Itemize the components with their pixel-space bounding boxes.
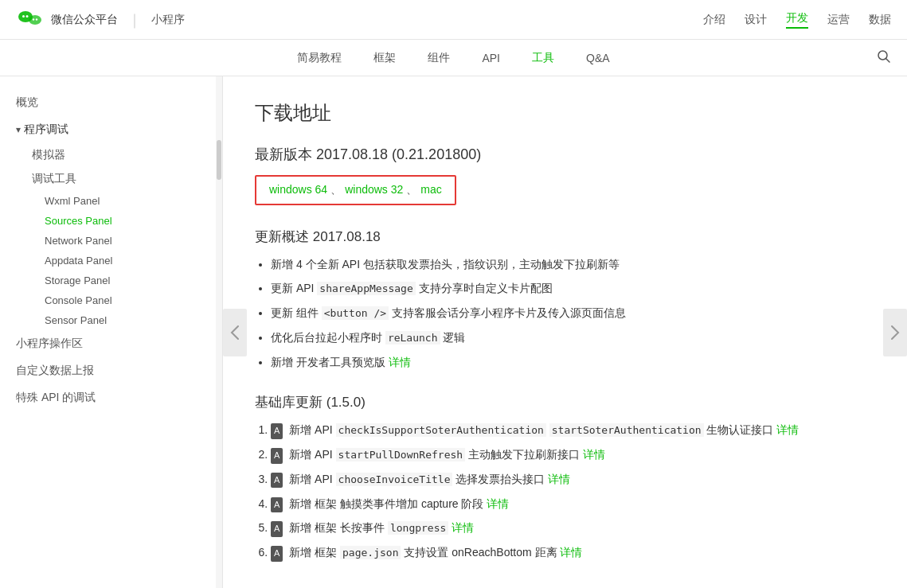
badge-a-4: A [271,497,283,513]
foundation-item-4: A 新增 框架 触摸类事件增加 capture 阶段 详情 [271,495,875,513]
content-area: 下载地址 最新版本 2017.08.18 (0.21.201800) windo… [223,76,907,588]
chevron-right-icon [890,325,900,341]
badge-a-6: A [271,546,283,562]
update-item-1: 新增 4 个全新 API 包括获取发票抬头，指纹识别，主动触发下拉刷新等 [271,255,875,273]
sidebar-item-simulator[interactable]: 模拟器 [0,143,222,167]
foundation-detail-link-6[interactable]: 详情 [560,546,582,559]
nav-tools[interactable]: 工具 [532,51,554,65]
sidebar-item-network-panel[interactable]: Network Panel [0,231,222,251]
update-section: 更新概述 2017.08.18 新增 4 个全新 API 包括获取发票抬头，指纹… [255,228,875,371]
svg-line-7 [886,59,890,63]
foundation-item-1: A 新增 API checkIsSupportSoterAuthenticati… [271,421,875,439]
nav-qa[interactable]: Q&A [586,52,610,64]
nav-develop[interactable]: 开发 [786,11,808,29]
nav-tutorial[interactable]: 简易教程 [297,51,342,65]
sidebar-item-sensor-panel[interactable]: Sensor Panel [0,310,222,330]
sidebar-section-debug[interactable]: ▾ 程序调试 [0,116,222,143]
nav-intro[interactable]: 介绍 [703,13,725,27]
sidebar-item-console-panel[interactable]: Console Panel [0,290,222,310]
site-name: 小程序 [151,13,185,27]
top-nav-right: 介绍 设计 开发 运营 数据 [703,11,891,29]
logo-text: 微信公众平台 [51,13,118,27]
chevron-icon: ▾ [16,124,21,135]
sidebar-item-debug-tools[interactable]: 调试工具 [0,167,222,191]
foundation-section: 基础库更新 (1.5.0) A 新增 API checkIsSupportSot… [255,393,875,562]
update-item-3: 更新 组件 <button /> 支持客服会话分享小程序卡片及传入源页面信息 [271,304,875,322]
second-nav: 简易教程 框架 组件 API 工具 Q&A [0,40,907,76]
svg-point-3 [29,15,41,25]
update-detail-link[interactable]: 详情 [389,356,411,368]
foundation-item-3: A 新增 API chooseInvoiceTitle 选择发票抬头接口 详情 [271,470,875,489]
foundation-item-5: A 新增 框架 长按事件 longpress 详情 [271,519,875,537]
nav-framework[interactable]: 框架 [373,51,396,65]
badge-a-5: A [271,521,283,537]
sidebar-item-sources-panel[interactable]: Sources Panel [0,211,222,231]
sidebar-section-debug-label: 程序调试 [24,123,68,137]
nav-api[interactable]: API [482,52,500,64]
scrollbar-thumb[interactable] [217,140,221,180]
sep2: 、 [406,183,417,196]
nav-arrow-right[interactable] [883,309,907,356]
svg-point-1 [22,15,25,18]
wechat-logo-icon [16,6,45,34]
download-win64[interactable]: windows 64 [269,183,327,196]
download-mac[interactable]: mac [420,183,441,196]
foundation-detail-link-3[interactable]: 详情 [548,473,570,485]
sidebar-item-storage-panel[interactable]: Storage Panel [0,271,222,290]
sidebar-item-special-api[interactable]: 特殊 API 的调试 [0,384,222,411]
update-item-5: 新增 开发者工具预览版 详情 [271,353,875,371]
badge-a-3: A [271,473,283,489]
nav-components[interactable]: 组件 [428,51,450,65]
foundation-detail-link-2[interactable]: 详情 [583,448,605,461]
sep1: 、 [330,183,342,196]
foundation-detail-link-1[interactable]: 详情 [776,423,799,436]
nav-divider: ｜ [127,10,142,29]
download-box: windows 64、windows 32、mac [255,175,456,205]
sidebar: 概览 ▾ 程序调试 模拟器 调试工具 Wxml Panel Sources Pa… [0,76,223,588]
sidebar-item-overview[interactable]: 概览 [0,89,222,116]
download-win32[interactable]: windows 32 [345,183,403,196]
sidebar-item-wxml-panel[interactable]: Wxml Panel [0,191,222,211]
top-nav-left: 微信公众平台 ｜ 小程序 [16,6,185,34]
svg-point-4 [33,18,34,20]
badge-a-1: A [271,423,283,439]
logo: 微信公众平台 [16,6,118,34]
chevron-left-icon [230,325,240,341]
foundation-detail-link-5[interactable]: 详情 [452,521,474,534]
page-title: 下载地址 [255,100,875,126]
latest-version: 最新版本 2017.08.18 (0.21.201800) [255,145,875,164]
update-item-2: 更新 API shareAppMessage 支持分享时自定义卡片配图 [271,279,875,298]
nav-data[interactable]: 数据 [869,13,891,27]
update-list: 新增 4 个全新 API 包括获取发票抬头，指纹识别，主动触发下拉刷新等 更新 … [255,255,875,371]
top-nav: 微信公众平台 ｜ 小程序 介绍 设计 开发 运营 数据 [0,0,907,40]
svg-point-5 [36,18,37,20]
search-button[interactable] [877,49,891,66]
foundation-title: 基础库更新 (1.5.0) [255,393,875,411]
svg-point-2 [26,15,29,18]
foundation-list: A 新增 API checkIsSupportSoterAuthenticati… [255,421,875,562]
nav-ops[interactable]: 运营 [827,13,850,27]
main-layout: 概览 ▾ 程序调试 模拟器 调试工具 Wxml Panel Sources Pa… [0,76,907,588]
foundation-detail-link-4[interactable]: 详情 [487,497,509,510]
sidebar-item-miniprogram-ops[interactable]: 小程序操作区 [0,330,222,357]
sidebar-item-custom-data[interactable]: 自定义数据上报 [0,357,222,384]
badge-a-2: A [271,448,283,464]
nav-design[interactable]: 设计 [745,13,767,27]
search-icon [877,49,891,64]
foundation-item-6: A 新增 框架 page.json 支持设置 onReachBottom 距离 … [271,543,875,562]
update-item-4: 优化后台拉起小程序时 reLaunch 逻辑 [271,329,875,347]
foundation-item-2: A 新增 API startPullDownRefresh 主动触发下拉刷新接口… [271,446,875,464]
nav-arrow-left[interactable] [223,309,247,356]
sidebar-item-appdata-panel[interactable]: Appdata Panel [0,251,222,271]
update-title: 更新概述 2017.08.18 [255,228,875,246]
scrollbar-track[interactable] [216,76,222,588]
